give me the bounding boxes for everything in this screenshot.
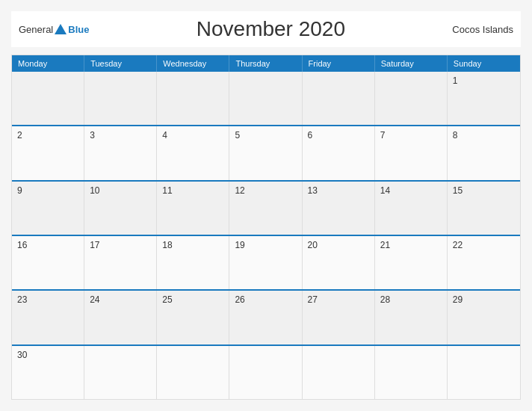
day-cell: 8: [448, 126, 520, 179]
day-header-saturday: Saturday: [375, 55, 448, 72]
day-cell: 21: [375, 236, 448, 289]
day-cell: 27: [303, 291, 375, 344]
day-number: 16: [17, 240, 27, 250]
day-cell: 17: [84, 236, 157, 289]
day-number: 2: [17, 130, 22, 140]
day-number: 14: [380, 185, 390, 196]
day-header-thursday: Thursday: [229, 55, 302, 72]
day-number: 7: [380, 130, 386, 140]
day-cell: 5: [229, 126, 302, 179]
day-number: 28: [380, 294, 390, 305]
day-number: 3: [90, 130, 95, 140]
day-number: 15: [453, 185, 463, 196]
day-cell: 4: [157, 126, 229, 179]
day-number: 23: [17, 294, 27, 305]
page-title: November 2020: [197, 17, 345, 41]
day-cell: 7: [375, 126, 448, 179]
logo-triangle-icon: [55, 24, 66, 34]
day-number: 19: [235, 240, 244, 250]
day-cell: 30: [12, 346, 84, 399]
day-cell: 20: [303, 236, 375, 289]
day-number: 30: [17, 350, 27, 360]
day-cell: [375, 72, 448, 125]
day-header-friday: Friday: [303, 55, 375, 72]
day-cell: 15: [448, 182, 520, 235]
day-cell: 18: [157, 236, 229, 289]
day-cell: [84, 72, 157, 125]
day-number: 5: [235, 130, 240, 140]
day-cell: 1: [448, 72, 520, 125]
day-number: 20: [308, 240, 318, 250]
location-label: Cocos Islands: [452, 24, 513, 35]
day-cell: 10: [84, 182, 157, 235]
day-number: 21: [380, 240, 390, 250]
day-header-monday: Monday: [12, 55, 84, 72]
day-cell: 29: [448, 291, 520, 344]
day-cell: 11: [157, 182, 229, 235]
day-header-wednesday: Wednesday: [157, 55, 229, 72]
day-cell: 22: [448, 236, 520, 289]
day-number: 11: [162, 185, 172, 196]
day-cell: 26: [229, 291, 302, 344]
day-cell: 9: [12, 182, 84, 235]
day-number: 9: [17, 185, 22, 196]
day-header-sunday: Sunday: [448, 55, 520, 72]
day-cell: 13: [303, 182, 375, 235]
day-headers-row: MondayTuesdayWednesdayThursdayFridaySatu…: [12, 55, 520, 72]
day-header-tuesday: Tuesday: [84, 55, 157, 72]
day-cell: [229, 72, 302, 125]
day-cell: 14: [375, 182, 448, 235]
week-row: 9101112131415: [12, 180, 520, 235]
logo-blue: Blue: [68, 24, 89, 35]
day-cell: 3: [84, 126, 157, 179]
day-number: 25: [162, 294, 172, 305]
logo: General Blue: [19, 24, 89, 35]
week-row: 30: [12, 344, 520, 399]
day-number: 10: [90, 185, 99, 196]
day-cell: 23: [12, 291, 84, 344]
day-cell: [84, 346, 157, 399]
week-row: 2345678: [12, 125, 520, 179]
week-row: 1: [12, 72, 520, 125]
day-cell: [303, 346, 375, 399]
day-number: 17: [90, 240, 99, 250]
day-cell: 12: [229, 182, 302, 235]
day-cell: [157, 72, 229, 125]
logo-general: General: [19, 24, 53, 35]
day-cell: 28: [375, 291, 448, 344]
header: General Blue November 2020 Cocos Islands: [11, 11, 521, 47]
day-number: 27: [308, 294, 318, 305]
day-number: 18: [162, 240, 172, 250]
day-cell: [303, 72, 375, 125]
day-number: 26: [235, 294, 244, 305]
day-number: 1: [453, 75, 458, 86]
week-row: 23242526272829: [12, 289, 520, 344]
calendar: MondayTuesdayWednesdayThursdayFridaySatu…: [11, 55, 521, 400]
day-number: 22: [453, 240, 463, 250]
day-number: 29: [453, 294, 463, 305]
week-row: 16171819202122: [12, 235, 520, 289]
calendar-body: 1234567891011121314151617181920212223242…: [12, 72, 520, 399]
day-cell: 25: [157, 291, 229, 344]
day-cell: [157, 346, 229, 399]
day-cell: 2: [12, 126, 84, 179]
day-cell: [229, 346, 302, 399]
day-number: 12: [235, 185, 244, 196]
day-cell: 6: [303, 126, 375, 179]
day-cell: [448, 346, 520, 399]
day-number: 8: [453, 130, 458, 140]
day-cell: [375, 346, 448, 399]
day-cell: 16: [12, 236, 84, 289]
day-number: 13: [308, 185, 318, 196]
page: General Blue November 2020 Cocos Islands…: [0, 0, 532, 411]
day-number: 24: [90, 294, 99, 305]
day-cell: 24: [84, 291, 157, 344]
day-number: 4: [162, 130, 167, 140]
day-cell: [12, 72, 84, 125]
day-number: 6: [308, 130, 313, 140]
day-cell: 19: [229, 236, 302, 289]
